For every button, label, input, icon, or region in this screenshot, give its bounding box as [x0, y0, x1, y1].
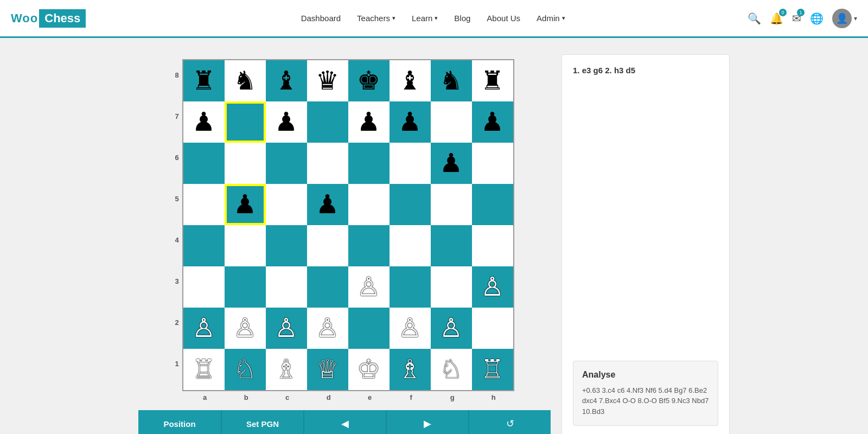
square-d7[interactable]	[307, 101, 348, 143]
rank-3: 3	[175, 260, 178, 302]
rank-8: 8	[175, 54, 178, 95]
square-d3[interactable]	[307, 266, 348, 308]
square-f8[interactable]: ♝	[390, 60, 431, 101]
messages-icon[interactable]: ✉ 1	[792, 12, 801, 25]
square-d6[interactable]	[307, 143, 348, 184]
square-e4[interactable]	[348, 225, 390, 266]
move-notation: 1. e3 g6 2. h3 d5	[573, 66, 718, 75]
square-d4[interactable]	[307, 225, 348, 266]
square-c2[interactable]: ♙	[266, 308, 307, 349]
square-g6[interactable]: ♟	[431, 143, 472, 184]
square-c3[interactable]	[266, 266, 307, 308]
square-f6[interactable]	[390, 143, 431, 184]
square-g7[interactable]	[431, 101, 472, 143]
square-c6[interactable]	[266, 143, 307, 184]
square-f7[interactable]: ♟	[390, 101, 431, 143]
piece-e7: ♟	[357, 109, 380, 135]
square-d8[interactable]: ♛	[307, 60, 348, 101]
square-e3[interactable]: ♙	[348, 266, 390, 308]
nav-dashboard[interactable]: Dashboard	[301, 14, 341, 23]
logo[interactable]: Woo Chess	[11, 9, 86, 28]
piece-h7: ♟	[481, 109, 504, 135]
file-d: d	[308, 393, 349, 401]
square-a3[interactable]	[183, 266, 225, 308]
piece-g6: ♟	[439, 150, 463, 176]
square-g8[interactable]: ♞	[431, 60, 472, 101]
square-g3[interactable]	[431, 266, 472, 308]
file-h: h	[473, 393, 514, 401]
rank-2: 2	[175, 302, 178, 343]
set-pgn-button[interactable]: Set PGN	[221, 410, 303, 434]
square-h2[interactable]	[472, 308, 513, 349]
nav-blog[interactable]: Blog	[454, 14, 470, 23]
square-g4[interactable]	[431, 225, 472, 266]
reset-button[interactable]: ↺	[468, 410, 551, 434]
piece-g2: ♙	[439, 315, 463, 341]
square-h3[interactable]: ♙	[472, 266, 513, 308]
square-a2[interactable]: ♙	[183, 308, 225, 349]
square-b3[interactable]	[225, 266, 266, 308]
file-f: f	[391, 393, 432, 401]
square-a5[interactable]	[183, 184, 225, 225]
square-e2[interactable]	[348, 308, 390, 349]
square-d5[interactable]: ♟	[307, 184, 348, 225]
nav-learn[interactable]: Learn	[412, 14, 438, 23]
square-h1[interactable]: ♖	[472, 349, 513, 390]
piece-f8: ♝	[398, 68, 422, 94]
square-h4[interactable]	[472, 225, 513, 266]
square-f4[interactable]	[390, 225, 431, 266]
globe-icon[interactable]: 🌐	[810, 12, 824, 25]
square-e6[interactable]	[348, 143, 390, 184]
square-b4[interactable]	[225, 225, 266, 266]
square-f1[interactable]: ♗	[390, 349, 431, 390]
square-b7[interactable]	[225, 101, 266, 143]
search-icon[interactable]: 🔍	[748, 12, 761, 25]
nav-admin[interactable]: Admin	[537, 14, 565, 23]
square-h5[interactable]	[472, 184, 513, 225]
square-c4[interactable]	[266, 225, 307, 266]
square-h6[interactable]	[472, 143, 513, 184]
file-g: g	[432, 393, 473, 401]
position-button[interactable]: Position	[138, 410, 221, 434]
prev-button[interactable]: ◀	[303, 410, 386, 434]
square-c8[interactable]: ♝	[266, 60, 307, 101]
board-with-coords: 8 7 6 5 4 3 2 1 ♜ ♞ ♝	[175, 54, 514, 401]
square-a6[interactable]	[183, 143, 225, 184]
square-f5[interactable]	[390, 184, 431, 225]
square-b6[interactable]	[225, 143, 266, 184]
square-a7[interactable]: ♟	[183, 101, 225, 143]
square-e8[interactable]: ♚	[348, 60, 390, 101]
main-nav: Dashboard Teachers Learn Blog About Us A…	[118, 14, 748, 23]
square-a1[interactable]: ♖	[183, 349, 225, 390]
square-c5[interactable]	[266, 184, 307, 225]
square-f2[interactable]: ♙	[390, 308, 431, 349]
square-g2[interactable]: ♙	[431, 308, 472, 349]
square-a4[interactable]	[183, 225, 225, 266]
square-g1[interactable]: ♘	[431, 349, 472, 390]
chess-board-container: 8 7 6 5 4 3 2 1 ♜ ♞ ♝	[138, 54, 551, 434]
square-g5[interactable]	[431, 184, 472, 225]
square-h8[interactable]: ♜	[472, 60, 513, 101]
square-b5[interactable]: ♟	[225, 184, 266, 225]
square-c7[interactable]: ♟	[266, 101, 307, 143]
nav-teachers[interactable]: Teachers	[357, 14, 395, 23]
square-c1[interactable]: ♗	[266, 349, 307, 390]
square-d2[interactable]: ♙	[307, 308, 348, 349]
square-a8[interactable]: ♜	[183, 60, 225, 101]
square-e1[interactable]: ♔	[348, 349, 390, 390]
square-h7[interactable]: ♟	[472, 101, 513, 143]
square-b2[interactable]: ♙	[225, 308, 266, 349]
square-f3[interactable]	[390, 266, 431, 308]
nav-about-us[interactable]: About Us	[487, 14, 520, 23]
notifications-icon[interactable]: 🔔 0	[770, 12, 783, 25]
square-b1[interactable]: ♘	[225, 349, 266, 390]
chess-board[interactable]: ♜ ♞ ♝ ♛ ♚ ♝ ♞ ♜ ♟	[182, 59, 514, 391]
square-d1[interactable]: ♕	[307, 349, 348, 390]
square-e5[interactable]	[348, 184, 390, 225]
piece-a7: ♟	[192, 109, 215, 135]
piece-b2: ♙	[233, 315, 257, 341]
square-e7[interactable]: ♟	[348, 101, 390, 143]
next-button[interactable]: ▶	[386, 410, 468, 434]
square-b8[interactable]: ♞	[225, 60, 266, 101]
user-avatar-container[interactable]: 👤 ▾	[832, 9, 857, 28]
